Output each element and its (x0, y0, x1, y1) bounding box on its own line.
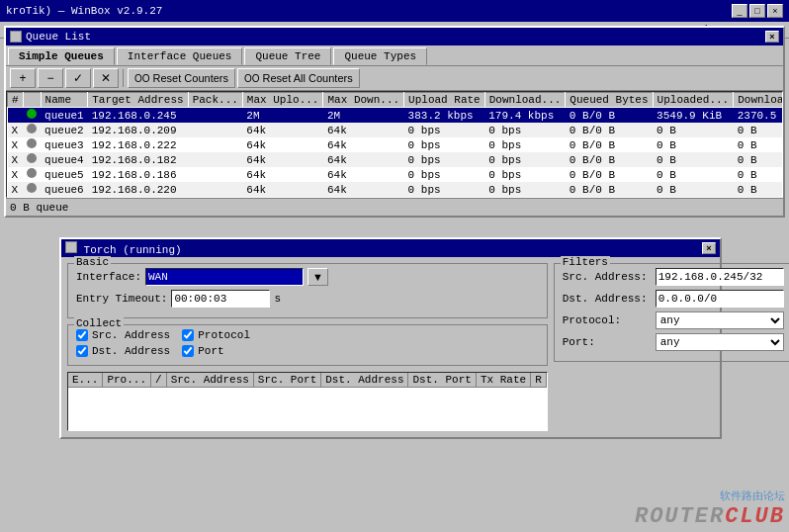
port-check[interactable] (182, 345, 194, 357)
tab-queue-tree[interactable]: Queue Tree (244, 47, 331, 65)
remove-button[interactable]: − (38, 68, 63, 88)
table-row[interactable]: X queue6 192.168.0.220 64k 64k 0 bps 0 b… (8, 182, 784, 197)
row-upload: 0 bps (404, 137, 485, 152)
timeout-label: Entry Timeout: (76, 293, 167, 305)
res-col-txrate: Tx Rate (477, 373, 531, 387)
res-col-pro: Pro... (103, 373, 151, 387)
src-address-check[interactable] (76, 329, 88, 341)
queue-window-titlebar: Queue List × (6, 28, 783, 45)
filter-proto-row: Protocol: any (563, 311, 784, 329)
watermark-brand: ROUTERCLUB (635, 504, 785, 530)
col-status (23, 93, 41, 108)
filter-proto-label: Protocol: (563, 314, 652, 326)
row-upload: 0 bps (404, 123, 485, 137)
status-dot (27, 109, 37, 119)
basic-group: Basic Interface: ▼ Entry Timeout: s (67, 263, 548, 318)
torch-title: Torch (running) (84, 244, 182, 256)
collect-label: Collect (74, 317, 124, 329)
table-row[interactable]: queue1 192.168.0.245 2M 2M 383.2 kbps 17… (8, 108, 784, 124)
torch-close-btn[interactable]: × (702, 242, 716, 254)
row-maxup: 64k (242, 182, 323, 197)
row-maxup: 64k (242, 123, 323, 137)
row-download: 0 bps (484, 152, 566, 167)
row-num: X (8, 137, 24, 152)
row-pack (188, 137, 242, 152)
maximize-button[interactable]: □ (749, 4, 765, 18)
copy-icon: ✕ (98, 70, 114, 86)
status-dot (27, 153, 37, 163)
table-row[interactable]: X queue2 192.168.0.209 64k 64k 0 bps 0 b… (8, 123, 784, 137)
minimize-button[interactable]: _ (732, 4, 747, 18)
row-maxup: 64k (242, 152, 323, 167)
interface-label: Interface: (76, 271, 141, 283)
queue-toolbar: + − ✓ ✕ OO Reset Counters OO Reset All C… (6, 66, 783, 91)
edit-icon: ✓ (70, 70, 86, 86)
reset-all-counters-button[interactable]: OO Reset All Counters (237, 68, 360, 88)
row-name: queue4 (41, 152, 88, 167)
row-uploaded: 0 B (653, 137, 734, 152)
row-target: 192.168.0.182 (88, 152, 188, 167)
row-uploaded: 0 B (653, 182, 734, 197)
row-pack (188, 123, 242, 137)
row-upload: 0 bps (404, 167, 485, 182)
filter-proto-select[interactable]: any (656, 311, 784, 329)
interface-input[interactable] (145, 268, 304, 286)
col-queued: Queued Bytes (566, 93, 653, 108)
close-button[interactable]: × (767, 4, 783, 18)
row-maxup: 64k (242, 137, 323, 152)
row-name: queue6 (41, 182, 88, 197)
copy-button[interactable]: ✕ (93, 68, 119, 88)
col-target: Target Address (88, 93, 188, 108)
col-download: Download... (484, 93, 566, 108)
row-num (8, 108, 24, 124)
row-maxup: 64k (242, 167, 323, 182)
add-button[interactable]: + (10, 68, 36, 88)
filter-dst-input[interactable] (656, 290, 784, 308)
row-name: queue2 (41, 123, 88, 137)
row-uploaded: 0 B (653, 123, 734, 137)
reset-counters-button[interactable]: OO Reset Counters (128, 68, 235, 88)
filter-port-select[interactable]: any (656, 333, 784, 351)
protocol-row: Protocol (182, 329, 250, 341)
torch-title-left: Torch (running) (65, 241, 182, 256)
timeout-row: Entry Timeout: s (76, 290, 539, 308)
table-row[interactable]: X queue3 192.168.0.222 64k 64k 0 bps 0 b… (8, 137, 784, 152)
row-download: 0 bps (484, 182, 566, 197)
row-uploaded: 0 B (653, 152, 734, 167)
interface-dropdown[interactable]: ▼ (307, 268, 328, 286)
title-bar-controls: _ □ × (732, 4, 783, 18)
filter-dst-label: Dst. Address: (563, 293, 652, 305)
res-col-srcaddr: Src. Address (167, 373, 254, 387)
interface-row: Interface: ▼ (76, 268, 539, 286)
row-download: 0 bps (484, 123, 566, 137)
tab-interface-queues[interactable]: Interface Queues (117, 47, 243, 65)
row-queued: 0 B/0 B (566, 152, 653, 167)
tab-simple-queues[interactable]: Simple Queues (8, 47, 115, 65)
filter-src-label: Src. Address: (563, 271, 652, 283)
status-dot (27, 168, 37, 178)
tab-queue-types[interactable]: Queue Types (333, 47, 427, 65)
protocol-check-label: Protocol (198, 329, 250, 341)
row-upload: 0 bps (404, 182, 485, 197)
table-row[interactable]: X queue5 192.168.0.186 64k 64k 0 bps 0 b… (8, 167, 784, 182)
edit-button[interactable]: ✓ (65, 68, 91, 88)
status-text: 0 B queue (10, 202, 68, 214)
queue-window-close[interactable]: × (765, 31, 779, 43)
row-downloaded: 0 B (734, 137, 783, 152)
col-maxup: Max Uplo... (242, 93, 323, 108)
row-maxdown: 64k (323, 167, 404, 182)
dst-address-check[interactable] (76, 345, 88, 357)
row-pack (188, 152, 242, 167)
row-uploaded: 3549.9 KiB (653, 108, 734, 124)
timeout-input[interactable] (171, 290, 270, 308)
queue-window-title: Queue List (26, 31, 91, 43)
res-col-slash: / (151, 373, 167, 387)
filter-src-input[interactable] (656, 268, 784, 286)
watermark: 软件路由论坛 ROUTERCLUB (635, 490, 785, 530)
row-downloaded: 2370.5 KiB (734, 108, 783, 124)
row-queued: 0 B/0 B (566, 108, 653, 124)
table-row[interactable]: X queue4 192.168.0.182 64k 64k 0 bps 0 b… (8, 152, 784, 167)
basic-label: Basic (74, 256, 111, 268)
row-maxdown: 2M (323, 108, 404, 124)
protocol-check[interactable] (182, 329, 194, 341)
